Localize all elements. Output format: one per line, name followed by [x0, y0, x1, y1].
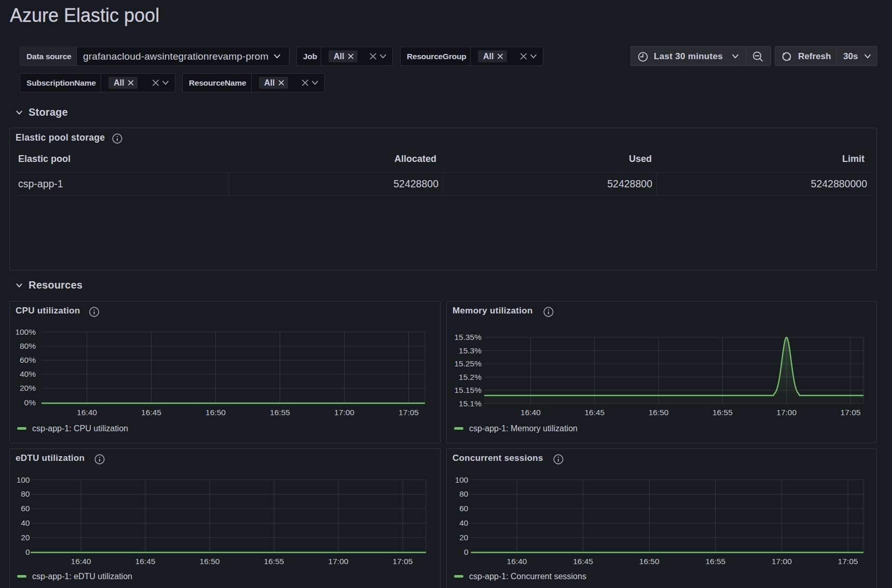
- svg-text:0%: 0%: [24, 398, 36, 407]
- svg-text:16:40: 16:40: [71, 557, 91, 566]
- svg-text:15.3%: 15.3%: [459, 346, 482, 355]
- svg-text:16:45: 16:45: [584, 408, 605, 417]
- svg-text:16:40: 16:40: [77, 408, 97, 417]
- svg-text:15.25%: 15.25%: [454, 359, 482, 368]
- svg-text:17:05: 17:05: [838, 557, 858, 566]
- svg-text:csp-app-1: eDTU utilization: csp-app-1: eDTU utilization: [32, 572, 132, 581]
- svg-text:15.2%: 15.2%: [459, 373, 482, 381]
- svg-text:16:50: 16:50: [205, 408, 226, 417]
- svg-text:17:00: 17:00: [776, 408, 797, 417]
- svg-text:17:00: 17:00: [772, 557, 792, 566]
- svg-text:20%: 20%: [20, 384, 36, 392]
- svg-text:80: 80: [459, 489, 469, 498]
- svg-text:17:05: 17:05: [399, 408, 419, 417]
- svg-text:16:40: 16:40: [520, 408, 541, 417]
- svg-text:15.1%: 15.1%: [459, 399, 482, 408]
- svg-text:80: 80: [21, 489, 30, 498]
- svg-text:60: 60: [21, 504, 30, 513]
- svg-text:20: 20: [21, 533, 30, 542]
- svg-text:15.15%: 15.15%: [454, 386, 482, 394]
- svg-text:17:00: 17:00: [334, 408, 354, 417]
- svg-text:20: 20: [459, 533, 469, 542]
- svg-text:40: 40: [21, 518, 30, 527]
- svg-text:17:05: 17:05: [393, 557, 413, 566]
- svg-text:csp-app-1: Memory utilization: csp-app-1: Memory utilization: [469, 424, 578, 433]
- svg-text:16:50: 16:50: [639, 557, 660, 566]
- svg-text:80%: 80%: [20, 341, 36, 350]
- svg-text:16:45: 16:45: [135, 557, 156, 566]
- svg-text:17:05: 17:05: [841, 408, 861, 417]
- svg-text:17:00: 17:00: [328, 557, 349, 566]
- svg-text:100%: 100%: [15, 327, 36, 336]
- svg-text:16:55: 16:55: [270, 408, 290, 417]
- svg-text:60: 60: [459, 504, 469, 513]
- svg-text:16:50: 16:50: [200, 557, 220, 566]
- svg-text:16:55: 16:55: [264, 557, 284, 566]
- svg-text:16:50: 16:50: [649, 408, 669, 417]
- svg-text:csp-app-1: CPU utilization: csp-app-1: CPU utilization: [32, 424, 128, 433]
- svg-text:16:55: 16:55: [705, 557, 725, 566]
- svg-text:0: 0: [464, 548, 469, 556]
- svg-text:csp-app-1: Concurrent sessions: csp-app-1: Concurrent sessions: [469, 572, 586, 581]
- svg-text:100: 100: [17, 475, 30, 484]
- svg-text:60%: 60%: [20, 355, 36, 364]
- svg-text:16:40: 16:40: [507, 557, 527, 566]
- svg-text:40%: 40%: [20, 370, 36, 378]
- svg-text:16:45: 16:45: [141, 408, 161, 417]
- svg-text:100: 100: [455, 475, 469, 484]
- svg-text:16:45: 16:45: [573, 557, 593, 566]
- svg-text:16:55: 16:55: [712, 408, 733, 417]
- svg-text:0: 0: [25, 548, 30, 556]
- svg-text:40: 40: [459, 518, 469, 527]
- svg-text:15.35%: 15.35%: [454, 333, 482, 341]
